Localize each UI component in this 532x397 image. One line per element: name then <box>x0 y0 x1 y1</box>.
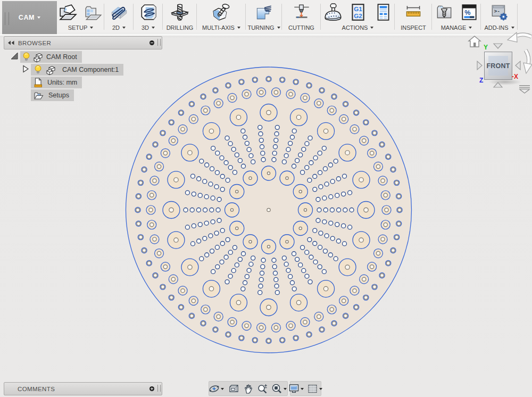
grid-settings-tool <box>307 383 323 394</box>
tree-row-units[interactable]: Units: mm <box>31 77 82 88</box>
toolbar-group-actions: G1 G2 ACTIONS <box>321 0 395 33</box>
pan-tool <box>243 383 254 394</box>
viewcube-arrow-left-icon[interactable] <box>477 60 483 71</box>
display-settings-tool <box>288 383 305 394</box>
grid-icon[interactable] <box>307 383 318 394</box>
chevron-down-icon <box>277 27 280 29</box>
viewcube[interactable]: FRONT <box>484 52 512 80</box>
viewcube-arrow-right-icon[interactable] <box>514 60 521 71</box>
zoom-tool <box>257 383 268 394</box>
browser-panel-title: BROWSER <box>18 40 51 46</box>
cutting-icon[interactable] <box>292 3 312 23</box>
toolbar-icon-row <box>246 3 282 23</box>
chevron-down-icon[interactable] <box>284 388 287 390</box>
chevron-down-icon <box>37 16 40 19</box>
expander-collapsed-icon[interactable] <box>22 65 29 73</box>
browser-panel-header[interactable]: BROWSER <box>4 36 162 49</box>
toolbar-group-drilling: DRILLING <box>163 0 197 33</box>
toolbar-menu-multi-axis[interactable]: MULTI-AXIS <box>197 24 246 31</box>
tree-label: Setups <box>48 92 69 99</box>
measure-icon[interactable] <box>403 3 423 23</box>
tree-row-highlight: Units: mm <box>31 77 82 88</box>
svg-text:G2: G2 <box>354 12 362 19</box>
toolbar-icon-row <box>57 3 104 23</box>
new-setup-folder-icon[interactable] <box>83 3 103 23</box>
tool-library-icon[interactable] <box>434 3 454 23</box>
chevron-down-icon <box>152 27 155 29</box>
zoom-fit-icon[interactable] <box>271 383 282 394</box>
toolbar-group-2d: 2D <box>104 0 134 33</box>
toolbar-group-add-ins: >- ADD-INS <box>481 0 518 33</box>
drilling-icon[interactable] <box>170 3 190 23</box>
new-setup-icon[interactable] <box>58 3 78 23</box>
toolbar-icon-row <box>282 3 321 23</box>
setup-sheet-icon[interactable] <box>373 3 393 23</box>
tree-row-highlight: CAM Root <box>20 51 82 63</box>
home-view-icon[interactable] <box>468 35 481 48</box>
toolbar-group-inspect: INSPECT <box>395 0 432 33</box>
post-process-icon[interactable]: G1 G2 <box>348 3 368 23</box>
svg-text:>-: >- <box>494 9 500 14</box>
orbit-icon[interactable] <box>209 383 220 394</box>
look-at-icon[interactable] <box>228 383 239 394</box>
toolbar-bottom-strip <box>0 34 532 36</box>
viewcube-menu-icon[interactable] <box>518 85 531 94</box>
toolbar-grip-icon <box>5 12 9 25</box>
toolbar-menu-inspect[interactable]: INSPECT <box>395 24 432 31</box>
turning-icon[interactable] <box>254 3 274 23</box>
gear-icon <box>500 13 507 20</box>
toolbar-menu-setup[interactable]: SETUP <box>57 24 104 31</box>
tree-row-highlight: CAM Component:1 <box>31 64 123 76</box>
2d-milling-icon[interactable] <box>109 3 129 23</box>
toolbar-icon-row <box>163 3 197 23</box>
toolbar-icon-row <box>134 3 163 23</box>
toolbar-menu-drilling[interactable]: DRILLING <box>163 24 197 31</box>
toolbar-group-multi-axis: MULTI-AXIS <box>197 0 246 33</box>
display-toolbar <box>290 381 321 396</box>
chevron-down-icon[interactable] <box>319 388 322 390</box>
navigation-toolbar <box>209 381 288 396</box>
visibility-bulb-icon[interactable] <box>34 65 42 75</box>
multi-axis-icon[interactable] <box>211 3 231 23</box>
tree-label: Units: mm <box>47 79 77 86</box>
chevron-down-icon[interactable] <box>301 388 304 390</box>
tree-row-cam-root[interactable]: CAM Root <box>20 51 82 63</box>
workspace-label: CAM <box>19 14 35 21</box>
chevron-down-icon[interactable] <box>221 388 224 390</box>
toolbar-menu-actions[interactable]: ACTIONS <box>321 24 395 31</box>
viewcube-front-face[interactable]: FRONT <box>484 52 513 79</box>
toolbar-menu-turning[interactable]: TURNING <box>246 24 282 31</box>
panel-drag-grip[interactable] <box>157 39 161 46</box>
simulate-icon[interactable] <box>323 3 343 23</box>
toolbar-menu-manage[interactable]: MANAGE <box>432 24 481 31</box>
tree-row-setups[interactable]: Setups <box>31 89 74 101</box>
visibility-bulb-icon[interactable] <box>22 52 30 62</box>
toolbar-menu-3d[interactable]: 3D <box>134 24 163 31</box>
toolbar-menu-2d[interactable]: 2D <box>104 24 134 31</box>
3d-milling-icon[interactable] <box>138 3 159 23</box>
chevron-down-icon <box>237 27 240 29</box>
comments-panel-header[interactable]: COMMENTS <box>4 382 162 395</box>
chevron-down-icon <box>511 27 514 29</box>
workspace-switcher[interactable]: CAM <box>2 1 57 34</box>
pan-hand-icon[interactable] <box>243 383 254 394</box>
fit-tool <box>271 383 288 394</box>
panel-drag-grip[interactable] <box>157 385 161 392</box>
toolbar-menu-add-ins[interactable]: ADD-INS <box>481 24 518 31</box>
toolbar-group-cutting: CUTTING <box>282 0 321 33</box>
parameters-icon[interactable]: % <box>459 3 479 23</box>
chevron-down-icon <box>469 27 472 29</box>
viewcube-arrow-down-icon[interactable] <box>493 81 503 88</box>
tree-label: CAM Root <box>46 53 77 61</box>
zoom-icon[interactable] <box>257 383 268 394</box>
toolbar-menu-cutting[interactable]: CUTTING <box>282 24 321 31</box>
tree-row-cam-component[interactable]: CAM Component:1 <box>31 64 123 76</box>
add-comment-icon[interactable] <box>149 386 154 391</box>
axis-x-label: -X <box>512 73 518 80</box>
display-settings-icon[interactable] <box>288 383 300 394</box>
expander-expanded-icon[interactable] <box>11 52 18 60</box>
minimize-panel-icon[interactable] <box>149 40 154 45</box>
scripts-and-addins-icon[interactable]: >- <box>489 3 510 23</box>
collapse-panel-icon[interactable] <box>7 40 15 45</box>
viewcube-arrow-up-icon[interactable] <box>493 43 503 49</box>
